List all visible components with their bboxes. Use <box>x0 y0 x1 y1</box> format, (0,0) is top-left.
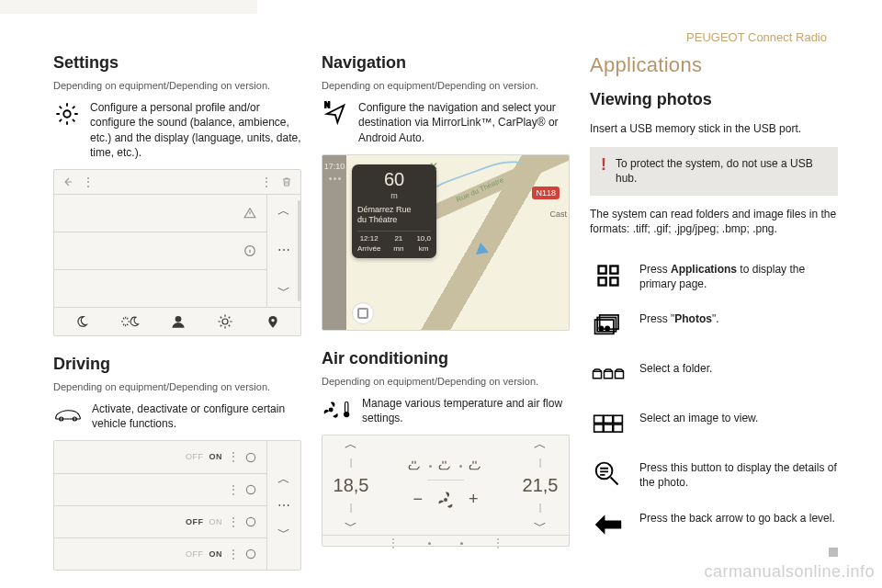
gear-icon <box>53 100 81 128</box>
settings-heading: Settings <box>53 51 301 74</box>
fan-plus: + <box>469 488 479 510</box>
svg-point-2 <box>175 316 182 322</box>
kebab-icon: ⋮ <box>228 514 239 529</box>
driving-depending: Depending on equipment/Depending on vers… <box>53 380 301 394</box>
end-of-section-marker <box>829 548 838 557</box>
insert-usb-text: Insert a USB memory stick in the USB por… <box>590 121 838 136</box>
viewing-photos-heading: Viewing photos <box>590 88 838 110</box>
nav-eta-label: Arrivée <box>357 244 380 254</box>
kebab-icon: ⋮ <box>388 536 399 550</box>
info-circle-icon <box>244 451 257 464</box>
dot-icon <box>428 542 431 545</box>
compass-arrow-icon: N <box>322 100 349 128</box>
svg-rect-28 <box>594 416 604 424</box>
nav-clock: 17:10 <box>324 161 345 172</box>
nav-duration-label: mn <box>393 244 403 254</box>
column-navigation-ac: Navigation Depending on equipment/Depend… <box>322 51 570 571</box>
column-settings-driving: Settings Depending on equipment/Dependin… <box>53 51 301 571</box>
nav-stop-button-icon <box>352 302 374 324</box>
chevron-down-icon: ﹀ <box>277 524 290 541</box>
chevron-down-icon: ﹀ <box>345 517 357 535</box>
toggle-off-on: OFF ON <box>186 548 222 560</box>
svg-rect-19 <box>610 277 617 285</box>
back-arrow-large-icon <box>590 509 627 540</box>
nav-eta-value: 12:12 <box>360 234 379 244</box>
svg-point-4 <box>271 319 274 322</box>
navigation-depending: Depending on equipment/Depending on vers… <box>322 79 570 93</box>
seat-heat-down-icon <box>437 459 454 472</box>
nav-distance-unit: m <box>357 190 431 201</box>
svg-text:N: N <box>324 101 330 109</box>
svg-rect-25 <box>594 372 602 379</box>
step-photo-details: Press this button to display the details… <box>639 458 838 490</box>
svg-point-15 <box>444 498 447 502</box>
fan-minus: − <box>413 488 423 510</box>
step-select-folder: Select a folder. <box>639 359 838 376</box>
kebab-icon: ⋮ <box>228 547 239 561</box>
nav-distance-value: 60 <box>357 170 431 188</box>
warning-text: To protect the system, do not use a USB … <box>616 156 827 186</box>
formats-text: The system can read folders and image fi… <box>590 207 838 236</box>
nav-instruction-line1: Démarrez Rue <box>357 205 431 215</box>
info-circle-icon <box>244 515 257 528</box>
svg-rect-29 <box>604 416 613 424</box>
svg-rect-31 <box>594 424 604 432</box>
trash-icon <box>280 175 293 188</box>
svg-rect-17 <box>610 266 617 273</box>
svg-rect-30 <box>614 416 623 424</box>
nav-remaining-value: 10,0 <box>416 234 431 244</box>
svg-point-23 <box>599 327 603 331</box>
nav-place-label: Cast <box>549 209 567 220</box>
nav-side-dots-icon <box>329 177 341 180</box>
svg-point-12 <box>329 408 333 412</box>
location-pin-icon <box>266 313 280 330</box>
ac-blurb: Manage various temperature and air flow … <box>362 396 570 425</box>
ac-temp-left: 18,5 <box>334 473 369 498</box>
kebab-icon: ⋮ <box>492 536 503 550</box>
profile-icon <box>171 314 186 329</box>
info-circle-icon <box>244 483 257 496</box>
image-grid-icon <box>590 409 627 440</box>
watermark: carmanualsonline.info <box>704 560 875 582</box>
navigation-heading: Navigation <box>322 51 570 74</box>
more-dots-icon: ⋯ <box>277 497 290 514</box>
navigation-blurb: Configure the navigation and select your… <box>358 100 570 145</box>
svg-rect-27 <box>616 372 624 379</box>
car-icon <box>53 401 83 429</box>
svg-rect-16 <box>599 266 606 273</box>
auto-night-icon <box>121 314 140 329</box>
svg-point-8 <box>246 485 254 493</box>
warning-exclamation-icon: ! <box>601 156 606 173</box>
svg-point-7 <box>246 453 254 461</box>
svg-point-14 <box>345 412 349 416</box>
chevron-up-icon: ︿ <box>277 202 290 220</box>
driving-heading: Driving <box>53 353 301 375</box>
chevron-down-icon: ﹀ <box>534 517 547 535</box>
svg-rect-18 <box>599 277 606 285</box>
nav-instruction-card: 60 m Démarrez Rue du Théatre 12:12Arrivé… <box>352 164 436 258</box>
ac-heading: Air conditioning <box>322 347 570 369</box>
toggle-off-on: OFF ON <box>186 451 222 462</box>
nav-duration-value: 21 <box>394 234 402 244</box>
settings-panel-screenshot: ⋮ ⋮ <box>53 169 301 336</box>
info-circle-icon <box>243 243 257 258</box>
column-applications: Applications Viewing photos Insert a USB… <box>590 51 838 571</box>
kebab-icon: ⋮ <box>228 449 239 464</box>
back-arrow-icon <box>62 175 74 188</box>
chevron-up-icon: ︿ <box>534 435 547 453</box>
seat-heat-up-icon <box>407 459 424 472</box>
ac-panel-screenshot: ︿ | 18,5 | ﹀ <box>322 435 570 547</box>
ac-temp-right: 21,5 <box>523 473 559 498</box>
warning-triangle-icon <box>243 207 257 220</box>
page-accent-bar <box>0 0 257 14</box>
fan-icon <box>435 490 456 510</box>
driving-blurb: Activate, deactivate or configure certai… <box>92 401 301 431</box>
more-dots-icon: ⋯ <box>277 242 290 259</box>
chevron-up-icon: ︿ <box>345 435 357 453</box>
svg-point-0 <box>63 110 70 117</box>
navigation-panel-screenshot: 17:10 Rue du Théatre ✕ N118 Cast 60 m <box>322 154 570 331</box>
step-select-image: Select an image to view. <box>639 409 838 425</box>
svg-point-9 <box>246 517 254 526</box>
nav-instruction-line2: du Théatre <box>357 215 431 225</box>
driving-panel-screenshot: OFF ON ⋮ ⋮ OFF ON ⋮ OFF ON <box>53 440 301 571</box>
